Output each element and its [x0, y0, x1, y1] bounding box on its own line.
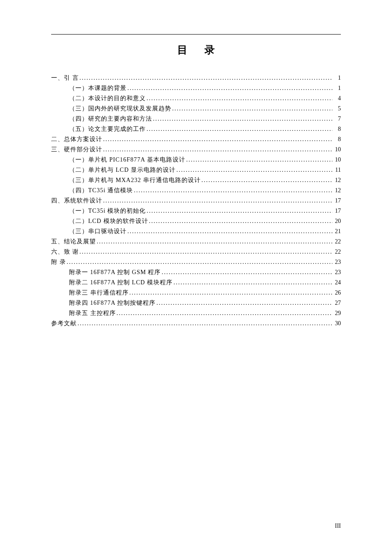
toc-entry-label: 附录二 16F877A 控制 LCD 模块程序	[69, 278, 173, 288]
toc-leader-dots	[133, 185, 332, 196]
toc-entry: （五）论文主要完成的工作8	[51, 124, 341, 134]
toc-entry-label: （二）本设计的目的和意义	[69, 93, 146, 104]
toc-entry: 附录四 16F877A 控制按键程序27	[51, 298, 341, 308]
toc-entry-label: （二）LCD 模块的软件设计	[69, 216, 148, 226]
toc-entry-label: 五、结论及展望	[51, 237, 96, 247]
toc-entry: （一）单片机 PIC16F877A 基本电路设计10	[51, 155, 341, 165]
toc-entry: 四、系统软件设计17	[51, 196, 341, 206]
toc-entry: 五、结论及展望22	[51, 237, 341, 247]
toc-entry-page: 1	[332, 83, 341, 93]
toc-entry-label: 四、系统软件设计	[51, 196, 102, 206]
toc-entry-page: 4	[332, 93, 341, 104]
toc-entry: （二）单片机与 LCD 显示电路的设计11	[51, 165, 341, 175]
toc-entry-label: 附录一 16F877A 控制 GSM 程序	[69, 267, 161, 278]
toc-entry-label: （一）TC35i 模块的初始化	[69, 206, 146, 216]
toc-entry: （二）LCD 模块的软件设计20	[51, 216, 341, 226]
toc-entry: （一）本课题的背景1	[51, 83, 341, 93]
toc-entry: 六、致 谢22	[51, 247, 341, 257]
toc-entry-page: 30	[332, 318, 341, 329]
toc-entry-page: 12	[332, 185, 341, 196]
toc-entry-label: （一）本课题的背景	[69, 83, 127, 93]
toc-list: 一、引 言1（一）本课题的背景1（二）本设计的目的和意义4（三）国内外的研究现状…	[51, 73, 341, 329]
toc-entry-label: （一）单片机 PIC16F877A 基本电路设计	[69, 155, 185, 165]
top-rule	[51, 34, 341, 35]
toc-entry-label: 二、总体方案设计	[51, 134, 102, 145]
toc-entry: （四）TC35i 通信模块12	[51, 185, 341, 196]
toc-entry-label: （三）串口驱动设计	[69, 226, 127, 237]
toc-entry-label: （三）单片机与 MXA232 串行通信电路的设计	[69, 175, 201, 185]
page-number: III	[335, 523, 341, 529]
toc-entry: （三）串口驱动设计21	[51, 226, 341, 237]
toc-entry-page: 8	[332, 134, 341, 145]
toc-entry: 附录三 串行通信程序26	[51, 288, 341, 298]
toc-entry-page: 10	[332, 145, 341, 155]
toc-entry-page: 26	[332, 288, 341, 298]
toc-entry: 附录一 16F877A 控制 GSM 程序23	[51, 267, 341, 278]
toc-entry-page: 29	[332, 308, 341, 318]
toc-leader-dots	[146, 206, 332, 216]
toc-entry-label: （四）研究的主要内容和方法	[69, 114, 152, 124]
toc-entry: 一、引 言1	[51, 73, 341, 83]
toc-entry-page: 10	[332, 155, 341, 165]
toc-leader-dots	[96, 237, 332, 247]
toc-entry-label: 附 录	[51, 257, 66, 267]
toc-leader-dots	[127, 83, 332, 93]
toc-entry-label: 附录五 主控程序	[69, 308, 116, 318]
toc-entry-label: （四）TC35i 通信模块	[69, 185, 133, 196]
toc-title: 目录	[51, 43, 341, 57]
toc-leader-dots	[173, 278, 332, 288]
toc-leader-dots	[185, 155, 332, 165]
toc-entry: 二、总体方案设计8	[51, 134, 341, 145]
toc-entry-page: 21	[332, 226, 341, 237]
toc-entry-page: 11	[332, 165, 341, 175]
toc-entry: （三）国内外的研究现状及发展趋势5	[51, 104, 341, 114]
toc-entry-page: 7	[332, 114, 341, 124]
toc-entry-page: 24	[332, 278, 341, 288]
toc-entry-page: 17	[332, 206, 341, 216]
toc-entry-label: 附录四 16F877A 控制按键程序	[69, 298, 156, 308]
toc-entry-page: 22	[332, 237, 341, 247]
toc-entry-label: 参考文献	[51, 318, 77, 329]
toc-leader-dots	[66, 257, 333, 267]
toc-entry: （一）TC35i 模块的初始化17	[51, 206, 341, 216]
toc-leader-dots	[176, 165, 332, 175]
toc-entry-page: 27	[332, 298, 341, 308]
toc-leader-dots	[171, 104, 332, 114]
toc-leader-dots	[148, 216, 333, 226]
toc-entry-page: 22	[332, 247, 341, 257]
toc-entry-label: 一、引 言	[51, 73, 79, 83]
toc-entry-label: 附录三 串行通信程序	[69, 288, 129, 298]
toc-leader-dots	[102, 196, 332, 206]
toc-entry: 附录五 主控程序29	[51, 308, 341, 318]
toc-entry-label: （二）单片机与 LCD 显示电路的设计	[69, 165, 176, 175]
toc-entry-label: 三、硬件部分设计	[51, 145, 102, 155]
toc-leader-dots	[146, 93, 332, 104]
toc-entry-label: （三）国内外的研究现状及发展趋势	[69, 104, 171, 114]
toc-entry: 附录二 16F877A 控制 LCD 模块程序24	[51, 278, 341, 288]
toc-leader-dots	[102, 145, 332, 155]
toc-leader-dots	[201, 175, 332, 185]
toc-entry-page: 1	[332, 73, 341, 83]
toc-leader-dots	[79, 73, 333, 83]
toc-leader-dots	[146, 124, 332, 134]
toc-entry-page: 23	[332, 267, 341, 278]
toc-leader-dots	[116, 308, 333, 318]
toc-leader-dots	[129, 288, 333, 298]
toc-entry-page: 12	[332, 175, 341, 185]
toc-entry-label: 六、致 谢	[51, 247, 79, 257]
document-page: 目录 一、引 言1（一）本课题的背景1（二）本设计的目的和意义4（三）国内外的研…	[0, 0, 392, 555]
toc-entry-page: 5	[332, 104, 341, 114]
toc-leader-dots	[152, 114, 332, 124]
toc-entry: （二）本设计的目的和意义4	[51, 93, 341, 104]
toc-entry: （四）研究的主要内容和方法7	[51, 114, 341, 124]
toc-entry-page: 20	[332, 216, 341, 226]
toc-entry: 三、硬件部分设计10	[51, 145, 341, 155]
toc-leader-dots	[156, 298, 332, 308]
toc-entry-label: （五）论文主要完成的工作	[69, 124, 146, 134]
toc-leader-dots	[127, 226, 332, 237]
toc-entry-page: 8	[332, 124, 341, 134]
toc-entry: 附 录23	[51, 257, 341, 267]
toc-leader-dots	[79, 247, 333, 257]
toc-entry-page: 23	[332, 257, 341, 267]
toc-entry-page: 17	[332, 196, 341, 206]
